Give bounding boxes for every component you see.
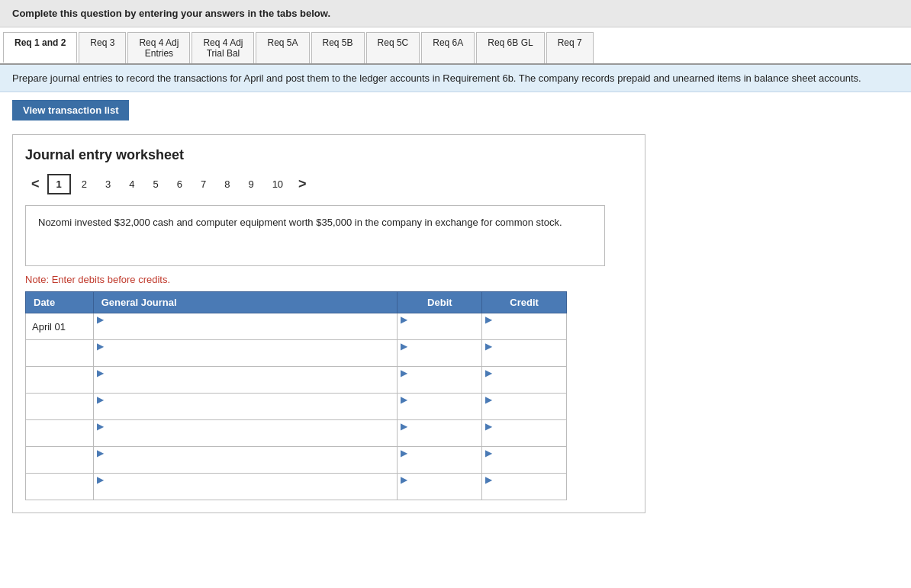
debit-arrow-3: ▶ [401, 368, 407, 378]
description-text: Prepare journal entries to record the tr… [12, 72, 861, 84]
prev-page-arrow[interactable]: < [25, 175, 46, 194]
journal-table: Date General Journal Debit Credit April … [25, 291, 567, 500]
debit-arrow-5: ▶ [401, 421, 407, 432]
page-10[interactable]: 10 [265, 175, 291, 193]
debit-cell-7[interactable]: ▶ [398, 474, 482, 500]
journal-input-1[interactable] [97, 325, 394, 339]
table-row: ▶ ▶ ▶ [26, 367, 567, 394]
debit-input-3[interactable] [401, 378, 478, 393]
credit-input-4[interactable] [485, 405, 563, 419]
debit-cell-4[interactable]: ▶ [398, 394, 482, 420]
credit-arrow-5: ▶ [485, 421, 492, 432]
page-6[interactable]: 6 [169, 175, 190, 193]
debit-cell-1[interactable]: ▶ [398, 313, 482, 340]
credit-input-5[interactable] [485, 432, 563, 446]
credit-arrow-4: ▶ [485, 394, 492, 405]
journal-cell-4[interactable]: ▶ [93, 394, 398, 420]
tab-req-5a[interactable]: Req 5A [256, 32, 309, 63]
date-cell-3 [26, 367, 94, 394]
journal-cell-2[interactable]: ▶ [93, 340, 398, 367]
table-row: ▶ ▶ ▶ [26, 420, 567, 447]
debit-arrow-7: ▶ [401, 474, 407, 485]
journal-cell-1[interactable]: ▶ [93, 313, 398, 340]
credit-cell-6[interactable]: ▶ [482, 447, 567, 474]
arrow-icon-1: ▶ [97, 314, 104, 325]
debit-input-4[interactable] [401, 405, 478, 419]
pagination: < 1 2 3 4 5 6 7 8 9 10 > [25, 174, 633, 194]
credit-input-3[interactable] [485, 378, 563, 393]
credit-input-1[interactable] [485, 325, 563, 339]
page-2[interactable]: 2 [74, 175, 95, 193]
tab-req-5c[interactable]: Req 5C [366, 32, 420, 63]
arrow-icon-6: ▶ [97, 448, 104, 458]
tab-req-1-2[interactable]: Req 1 and 2 [3, 32, 77, 63]
arrow-icon-2: ▶ [97, 341, 104, 352]
debit-cell-3[interactable]: ▶ [398, 367, 482, 394]
arrow-icon-7: ▶ [97, 474, 104, 485]
journal-input-3[interactable] [97, 378, 394, 393]
credit-arrow-6: ▶ [485, 448, 492, 458]
credit-arrow-3: ▶ [485, 368, 492, 378]
instruction-bar: Complete this question by entering your … [0, 0, 911, 27]
debit-input-1[interactable] [401, 325, 478, 339]
journal-input-4[interactable] [97, 405, 394, 419]
credit-cell-7[interactable]: ▶ [482, 474, 567, 500]
col-header-date: Date [26, 292, 94, 313]
next-page-arrow[interactable]: > [292, 175, 313, 194]
tab-req-3[interactable]: Req 3 [79, 32, 126, 63]
debit-cell-2[interactable]: ▶ [398, 340, 482, 367]
description-bar: Prepare journal entries to record the tr… [0, 65, 911, 92]
arrow-icon-3: ▶ [97, 368, 104, 378]
journal-cell-3[interactable]: ▶ [93, 367, 398, 394]
date-cell-6 [26, 447, 94, 474]
tab-req-4-adj-trial-bal[interactable]: Req 4 AdjTrial Bal [192, 32, 254, 63]
page-1[interactable]: 1 [47, 174, 71, 194]
credit-input-6[interactable] [485, 458, 563, 473]
credit-cell-3[interactable]: ▶ [482, 367, 567, 394]
page-4[interactable]: 4 [121, 175, 142, 193]
tabs-row: Req 1 and 2 Req 3 Req 4 AdjEntries Req 4… [0, 27, 911, 65]
debit-input-7[interactable] [401, 485, 478, 500]
debit-arrow-2: ▶ [401, 341, 407, 352]
journal-input-5[interactable] [97, 432, 394, 446]
date-cell-4 [26, 394, 94, 420]
journal-input-7[interactable] [97, 485, 394, 500]
tab-req-6a[interactable]: Req 6A [421, 32, 475, 63]
debit-input-2[interactable] [401, 352, 478, 366]
credit-input-7[interactable] [485, 485, 563, 500]
view-transaction-button[interactable]: View transaction list [12, 100, 129, 120]
journal-input-6[interactable] [97, 458, 394, 473]
credit-cell-1[interactable]: ▶ [482, 313, 567, 340]
page-3[interactable]: 3 [98, 175, 118, 193]
debit-input-6[interactable] [401, 458, 478, 473]
journal-cell-5[interactable]: ▶ [93, 420, 398, 447]
tab-req-5b[interactable]: Req 5B [311, 32, 365, 63]
debit-input-5[interactable] [401, 432, 478, 446]
col-header-general-journal: General Journal [93, 292, 398, 313]
page-5[interactable]: 5 [145, 175, 166, 193]
credit-arrow-1: ▶ [485, 314, 492, 325]
credit-cell-4[interactable]: ▶ [482, 394, 567, 420]
journal-cell-7[interactable]: ▶ [93, 474, 398, 500]
worksheet-title: Journal entry worksheet [25, 147, 633, 163]
debit-cell-5[interactable]: ▶ [398, 420, 482, 447]
page-8[interactable]: 8 [217, 175, 237, 193]
transaction-description: Nozomi invested $32,000 cash and compute… [25, 205, 605, 266]
tab-req-4-adj-entries[interactable]: Req 4 AdjEntries [127, 32, 190, 63]
page-7[interactable]: 7 [193, 175, 214, 193]
arrow-icon-4: ▶ [97, 394, 104, 405]
instruction-text: Complete this question by entering your … [12, 8, 330, 19]
debit-cell-6[interactable]: ▶ [398, 447, 482, 474]
worksheet-container: Journal entry worksheet < 1 2 3 4 5 6 7 … [12, 134, 645, 513]
credit-cell-5[interactable]: ▶ [482, 420, 567, 447]
col-header-credit: Credit [482, 292, 567, 313]
tab-req-7[interactable]: Req 7 [546, 32, 594, 63]
credit-arrow-7: ▶ [485, 474, 492, 485]
debit-arrow-1: ▶ [401, 314, 407, 325]
journal-input-2[interactable] [97, 352, 394, 366]
page-9[interactable]: 9 [240, 175, 261, 193]
credit-cell-2[interactable]: ▶ [482, 340, 567, 367]
credit-input-2[interactable] [485, 352, 563, 366]
tab-req-6b-gl[interactable]: Req 6B GL [476, 32, 544, 63]
journal-cell-6[interactable]: ▶ [93, 447, 398, 474]
